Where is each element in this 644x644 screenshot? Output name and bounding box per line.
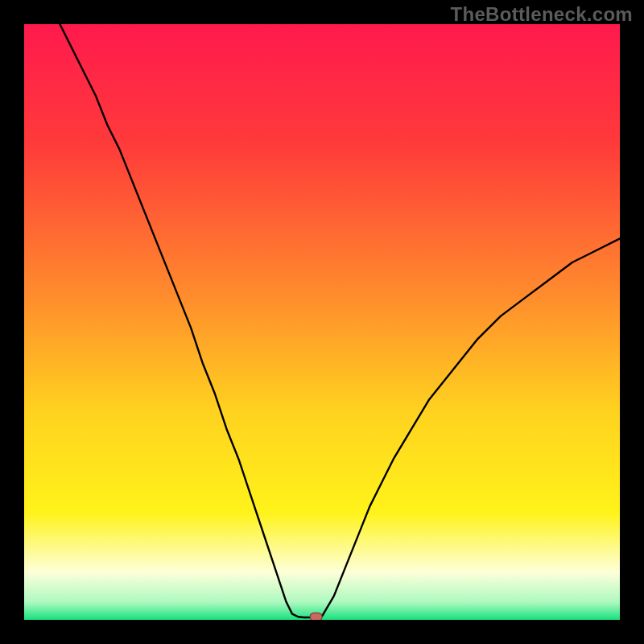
watermark-text: TheBottleneck.com: [451, 3, 633, 26]
minimum-marker: [310, 613, 322, 620]
chart-frame: TheBottleneck.com: [0, 0, 644, 644]
gradient-background: [24, 24, 620, 620]
plot-area: [24, 24, 620, 620]
bottleneck-curve-chart: [24, 24, 620, 620]
